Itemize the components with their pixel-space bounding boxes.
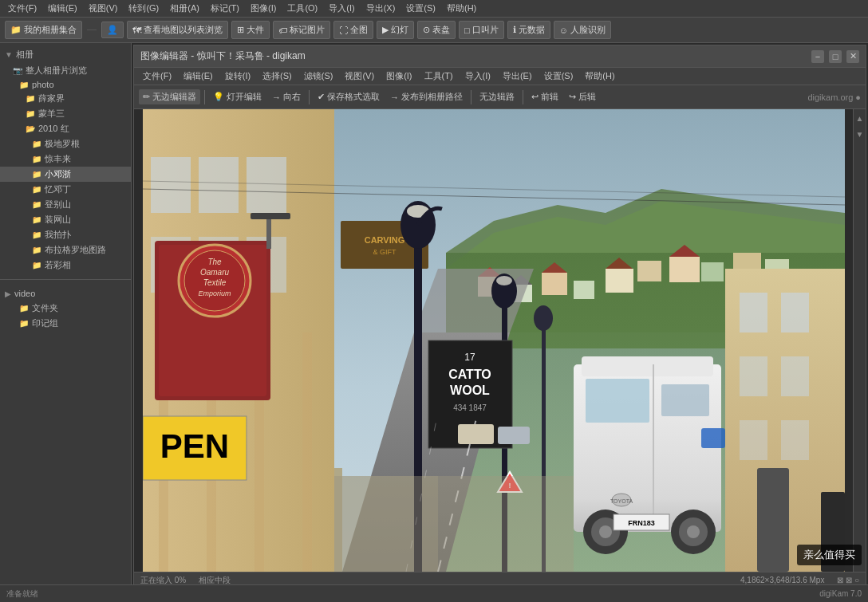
large-button[interactable]: ⊞ 大件 (231, 21, 270, 39)
inner-menu-help[interactable]: 帮助(H) (579, 69, 620, 84)
tree-child5[interactable]: 📁 登别山 (0, 197, 131, 212)
folder-icon: 📁 (32, 155, 41, 163)
tag-button[interactable]: 🏷 标记图片 (273, 21, 330, 39)
tree-child9[interactable]: 📁 若彩相 (0, 258, 131, 273)
tree-child2[interactable]: 📁 惊丰来 (0, 151, 131, 167)
close-button[interactable]: ✕ (846, 50, 859, 63)
inner-menu-filter[interactable]: 滤镜(S) (298, 69, 339, 84)
tree-child3[interactable]: 📁 小邓浙 (0, 167, 131, 182)
folder-icon: 📁 (32, 170, 41, 179)
outer-menu-tools[interactable]: 工具(O) (282, 1, 322, 16)
light-icon: 💡 (213, 92, 224, 102)
slideshow-button[interactable]: ▶ 幻灯 (377, 21, 414, 39)
zoom-label: 正在缩入 0% (140, 575, 186, 585)
dial-icon: ⊙ (423, 25, 430, 35)
outer-menu-edit[interactable]: 编辑(E) (43, 1, 82, 16)
fullscreen-button[interactable]: ⛶ 全图 (333, 21, 373, 39)
tree-xue-label: 薛家界 (38, 92, 65, 104)
albums-header[interactable]: ▼ 相册 (0, 46, 131, 63)
inner-toolbar: ✏ 无边编辑器 💡 灯开编辑 → 向右 ✔ 保存格式选 (134, 85, 866, 109)
outer-menu-import[interactable]: 导入(I) (324, 1, 359, 16)
face-button[interactable]: ☺ 人脸识别 (554, 21, 611, 39)
inner-menu-import[interactable]: 导入(I) (460, 69, 496, 84)
inner-menu-image[interactable]: 图像(I) (381, 69, 417, 84)
watermark: 亲么值得买 (797, 545, 862, 565)
tree-child7-label: 我拍扑 (45, 229, 71, 241)
inner-menu-tools[interactable]: 工具(T) (419, 69, 459, 84)
minimize-button[interactable]: − (811, 50, 824, 63)
my-albums-label: 我的相册集合 (24, 24, 77, 36)
left-sidebar: ▼ 相册 📷 整人相册片浏览 📁 photo 📁 薛家界 📁 蒙羊三 (0, 43, 132, 584)
tree-photo[interactable]: 📁 photo (0, 78, 131, 91)
outer-menu-export[interactable]: 导出(X) (361, 1, 400, 16)
callout-button[interactable]: □ 口叫片 (459, 21, 504, 39)
tree-yinji[interactable]: 📁 印记组 (0, 316, 131, 331)
svg-point-56 (534, 305, 553, 331)
tree-child6[interactable]: 📁 装网山 (0, 212, 131, 227)
panel-up-button[interactable]: ▲ (854, 112, 866, 124)
maximize-button[interactable]: □ (829, 50, 842, 63)
outer-menu-settings[interactable]: 设置(S) (401, 1, 440, 16)
map-view-button[interactable]: 🗺 查看地图以列表浏览 (127, 21, 228, 39)
outer-menu-view[interactable]: 视图(V) (84, 1, 123, 16)
svg-rect-24 (199, 157, 239, 213)
inner-tb-noedit[interactable]: ✏ 无边编辑器 (139, 89, 200, 104)
tree-child1-label: 极地罗根 (45, 138, 80, 150)
video-header[interactable]: ▶ video (0, 286, 131, 301)
svg-rect-14 (669, 257, 700, 282)
tree-child7[interactable]: 📁 我拍扑 (0, 227, 131, 242)
tree-xue[interactable]: 📁 薛家界 (0, 91, 131, 106)
folder-icon: 📁 (32, 215, 41, 224)
inner-menu-view[interactable]: 视图(V) (339, 69, 380, 84)
inner-tb-noborder[interactable]: 无边辑路 (475, 89, 519, 104)
panel-down-button[interactable]: ▼ (854, 128, 866, 140)
outer-menubar: 文件(F) 编辑(E) 视图(V) 转到(G) 相册(A) 标记(T) 图像(I… (0, 0, 868, 18)
statusbar-right: 4,1862×3,648/13.6 Mpx ⊠ ⊠ ○ (740, 576, 859, 584)
publish-icon: → (390, 92, 399, 102)
tree-meng[interactable]: 📁 蒙羊三 (0, 106, 131, 121)
tree-child8[interactable]: 📁 布拉格罗地图路 (0, 242, 131, 258)
svg-rect-89 (781, 420, 809, 460)
inner-tb-sep1 (204, 90, 205, 104)
inner-titlebar-controls: − □ ✕ (811, 50, 859, 63)
metadata-button[interactable]: ℹ 元数据 (507, 21, 550, 39)
svg-point-54 (496, 276, 512, 285)
inner-tb-publish-label: 发布到相册路径 (401, 91, 463, 103)
fullscreen-label: 全图 (350, 24, 368, 36)
inner-titlebar: 图像编辑器 - 惊叫下！采马鲁 - digikam − □ ✕ (134, 45, 866, 68)
tree-folder[interactable]: 📁 文件夹 (0, 301, 131, 316)
svg-rect-92 (701, 428, 725, 448)
inner-tb-prev[interactable]: ↩ 前辑 (527, 89, 562, 104)
tree-2010[interactable]: 📂 2010 红 (0, 121, 131, 136)
inner-tb-save[interactable]: ✔ 保存格式选取 (314, 89, 384, 104)
outer-menu-image[interactable]: 图像(I) (246, 1, 281, 16)
album-icon: 📁 (10, 25, 22, 35)
tree-child1[interactable]: 📁 极地罗根 (0, 136, 131, 151)
outer-menu-goto[interactable]: 转到(G) (124, 1, 164, 16)
outer-menu-tag[interactable]: 标记(T) (206, 1, 244, 16)
outer-menu-file[interactable]: 文件(F) (3, 1, 41, 16)
outer-app: 文件(F) 编辑(E) 视图(V) 转到(G) 相册(A) 标记(T) 图像(I… (0, 0, 868, 602)
outer-menu-help[interactable]: 帮助(H) (442, 1, 481, 16)
svg-text:FRN183: FRN183 (628, 519, 655, 527)
inner-tb-right[interactable]: → 向右 (268, 89, 305, 104)
inner-menu-settings[interactable]: 设置(S) (539, 69, 579, 84)
face-label: 人脸识别 (570, 24, 606, 36)
inner-menu-edit[interactable]: 编辑(E) (178, 69, 219, 84)
svg-rect-16 (701, 262, 724, 281)
tree-child4[interactable]: 📁 忆邓丁 (0, 182, 131, 197)
inner-menu-rotate[interactable]: 旋转(I) (219, 69, 256, 84)
mask-button[interactable]: 👤 (101, 22, 124, 38)
dial-button[interactable]: ⊙ 表盘 (417, 21, 456, 39)
inner-menu-file[interactable]: 文件(F) (137, 69, 177, 84)
inner-tb-publish[interactable]: → 发布到相册路径 (386, 89, 467, 104)
inner-tb-light[interactable]: 💡 灯开编辑 (209, 89, 266, 104)
image-area[interactable]: The Oamaru Textile Emporium CARVING & GI… (134, 109, 853, 572)
outer-menu-album[interactable]: 相册(A) (165, 1, 204, 16)
folder-icon: 📁 (32, 246, 41, 254)
inner-menu-export[interactable]: 导出(E) (497, 69, 538, 84)
inner-tb-next[interactable]: ↪ 后辑 (565, 89, 600, 104)
my-albums-button[interactable]: 📁 我的相册集合 (5, 21, 82, 39)
tree-all-albums[interactable]: 📷 整人相册片浏览 (0, 63, 131, 78)
inner-menu-select[interactable]: 选择(S) (257, 69, 298, 84)
